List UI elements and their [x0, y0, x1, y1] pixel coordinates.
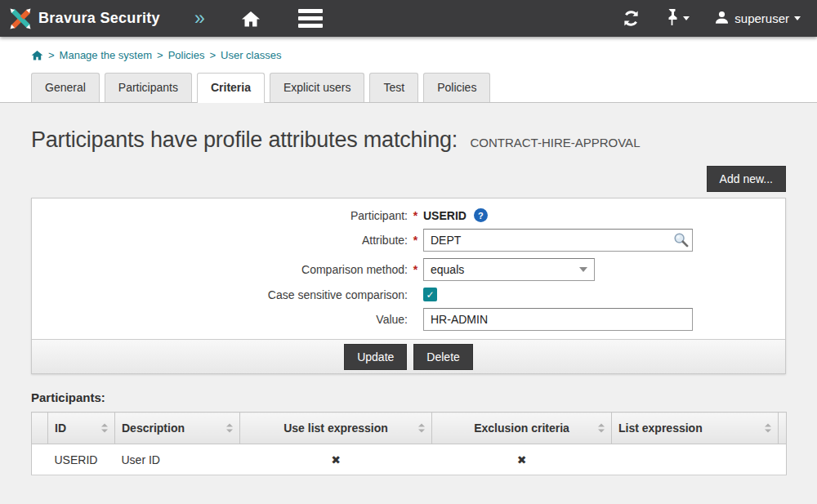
chevron-down-icon: [683, 16, 690, 20]
tab-criteria[interactable]: Criteria: [197, 73, 265, 103]
participants-table: ID Description Use list expression: [31, 412, 787, 475]
user-class-name: CONTRACT-HIRE-APPROVAL: [470, 136, 640, 149]
case-sensitive-label: Case sensitive comparison:: [32, 288, 408, 301]
tab-general[interactable]: General: [31, 73, 100, 102]
top-navbar: Bravura Security »: [0, 0, 817, 37]
user-name: superuser: [734, 11, 789, 25]
column-header-list-expression[interactable]: List expression: [612, 413, 779, 444]
criteria-form-panel: Participant: * USERID ? Attribute: *: [31, 198, 786, 374]
sort-icon: [226, 424, 233, 433]
required-marker: *: [408, 263, 423, 276]
comparison-method-value: equals: [431, 263, 464, 276]
attribute-label: Attribute:: [32, 234, 408, 247]
add-new-button[interactable]: Add new...: [707, 166, 786, 192]
bravura-logo-icon: [8, 7, 33, 31]
sort-icon: [765, 424, 771, 433]
cross-icon: ✖: [240, 444, 432, 475]
chevron-down-icon: [579, 267, 587, 272]
header-spacer: [779, 413, 787, 444]
breadcrumb-separator: >: [157, 49, 163, 61]
home-icon[interactable]: [241, 9, 261, 29]
checkmark-icon: ✓: [426, 290, 434, 300]
case-sensitive-checkbox[interactable]: ✓: [423, 288, 437, 301]
app-window: Bravura Security »: [0, 0, 817, 504]
tab-explicit-users[interactable]: Explicit users: [270, 73, 364, 102]
cell-description: User ID: [115, 444, 240, 475]
value-label: Value:: [32, 313, 408, 326]
attribute-input[interactable]: [423, 229, 693, 252]
participant-value: USERID: [423, 209, 467, 222]
row-spacer: [32, 444, 48, 475]
update-button[interactable]: Update: [344, 344, 407, 370]
breadcrumb-separator: >: [48, 49, 55, 61]
row-spacer: [779, 444, 787, 475]
tab-test[interactable]: Test: [369, 73, 418, 102]
delete-button[interactable]: Delete: [413, 344, 472, 370]
sort-icon: [418, 424, 425, 433]
column-header-id[interactable]: ID: [48, 413, 115, 444]
menu-icon[interactable]: [298, 9, 323, 28]
pin-icon: [665, 9, 679, 29]
participant-label: Participant:: [32, 209, 408, 222]
navbar-right: superuser: [622, 9, 801, 29]
user-menu[interactable]: superuser: [714, 10, 801, 28]
main-content: Participants have profile attributes mat…: [0, 103, 817, 504]
value-input[interactable]: [423, 308, 693, 331]
breadcrumb-link-policies[interactable]: Policies: [168, 49, 205, 61]
column-header-description[interactable]: Description: [115, 413, 240, 444]
required-marker: *: [408, 234, 423, 247]
comparison-method-select[interactable]: equals: [423, 258, 595, 281]
help-icon[interactable]: ?: [474, 208, 488, 222]
attribute-row: Attribute: *: [32, 229, 785, 252]
criteria-form-body: Participant: * USERID ? Attribute: *: [32, 198, 785, 339]
search-icon[interactable]: [673, 232, 689, 251]
form-actions: Update Delete: [32, 339, 785, 373]
toolbar: Add new...: [31, 166, 786, 192]
column-header-use-list-expression[interactable]: Use list expression: [240, 413, 432, 444]
chevron-down-icon: [794, 16, 801, 20]
value-row: Value:: [32, 308, 785, 331]
breadcrumb-separator: >: [209, 49, 216, 61]
sort-icon: [101, 424, 108, 433]
header-spacer: [32, 413, 48, 444]
breadcrumb-home-icon[interactable]: [31, 49, 43, 61]
comparison-method-row: Comparison method: * equals: [32, 258, 785, 281]
cell-id: USERID: [48, 444, 115, 475]
tab-bar: General Participants Criteria Explicit u…: [0, 73, 817, 103]
refresh-icon[interactable]: [622, 9, 641, 28]
cell-list-expression: [612, 444, 779, 475]
navbar-left: Bravura Security »: [8, 7, 323, 31]
subheader: > Manage the system > Policies > User cl…: [0, 37, 817, 103]
sort-icon: [598, 424, 605, 433]
comparison-method-label: Comparison method:: [32, 263, 408, 276]
column-header-exclusion-criteria[interactable]: Exclusion criteria: [432, 413, 612, 444]
page-title: Participants have profile attributes mat…: [31, 127, 786, 153]
case-sensitive-row: Case sensitive comparison: ✓: [32, 288, 785, 301]
tab-participants[interactable]: Participants: [105, 73, 192, 102]
participants-table-caption: Participants:: [31, 390, 786, 404]
required-marker: *: [408, 209, 423, 222]
page-title-text: Participants have profile attributes mat…: [31, 127, 458, 152]
user-icon: [714, 10, 730, 28]
participant-row: Participant: * USERID ?: [32, 208, 785, 222]
breadcrumb: > Manage the system > Policies > User cl…: [0, 37, 817, 73]
breadcrumb-link-manage-the-system[interactable]: Manage the system: [60, 49, 152, 61]
tab-policies[interactable]: Policies: [423, 73, 490, 102]
brand-name: Bravura Security: [38, 10, 160, 27]
breadcrumb-link-user-classes[interactable]: User classes: [221, 49, 281, 61]
cross-icon: ✖: [432, 444, 612, 475]
pin-menu[interactable]: [665, 9, 690, 29]
table-row: USERID User ID ✖ ✖: [32, 444, 787, 475]
table-header-row: ID Description Use list expression: [32, 413, 787, 444]
expand-chevron-icon[interactable]: »: [194, 9, 205, 28]
